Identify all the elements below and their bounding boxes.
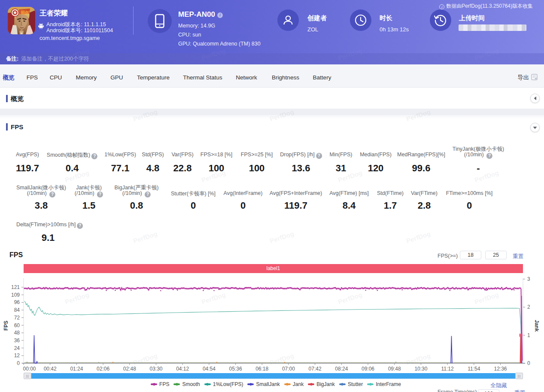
- svg-text:48: 48: [14, 330, 20, 336]
- svg-text:0: 0: [527, 360, 530, 366]
- svg-text:00:42: 00:42: [44, 366, 57, 372]
- svg-text:07:42: 07:42: [309, 366, 322, 372]
- svg-text:04:54: 04:54: [203, 366, 216, 372]
- svg-text:周年: 周年: [20, 10, 30, 15]
- svg-text:109: 109: [11, 292, 20, 298]
- svg-text:03:30: 03:30: [149, 366, 162, 372]
- svg-text:12:36: 12:36: [494, 366, 507, 372]
- svg-text:24: 24: [14, 345, 20, 351]
- svg-text:1: 1: [527, 332, 530, 338]
- svg-text:96: 96: [14, 299, 20, 305]
- svg-text:36: 36: [14, 337, 20, 343]
- svg-text:12: 12: [14, 352, 20, 359]
- svg-text:60: 60: [14, 322, 20, 328]
- svg-text:06:18: 06:18: [255, 366, 268, 372]
- svg-text:FPS: FPS: [3, 321, 9, 331]
- svg-text:04:12: 04:12: [176, 366, 189, 372]
- svg-text:11:54: 11:54: [468, 366, 480, 372]
- svg-text:02:06: 02:06: [97, 366, 109, 372]
- svg-text:09:06: 09:06: [362, 366, 374, 372]
- svg-text:0: 0: [17, 360, 20, 366]
- svg-text:07:00: 07:00: [282, 366, 295, 372]
- svg-text:84: 84: [14, 307, 20, 313]
- svg-text:09:48: 09:48: [388, 366, 401, 372]
- svg-text:Jank: Jank: [534, 320, 540, 332]
- svg-text:72: 72: [14, 315, 20, 321]
- svg-text:01:24: 01:24: [70, 366, 83, 372]
- svg-text:10:30: 10:30: [414, 366, 427, 372]
- svg-text:05:36: 05:36: [229, 366, 242, 372]
- svg-text:11:12: 11:12: [441, 366, 454, 372]
- svg-text:121: 121: [11, 284, 20, 290]
- svg-text:2: 2: [527, 304, 530, 310]
- svg-text:3: 3: [527, 276, 530, 282]
- svg-text:00:00: 00:00: [23, 366, 36, 372]
- svg-text:08:24: 08:24: [335, 366, 348, 372]
- svg-text:02:48: 02:48: [123, 366, 136, 372]
